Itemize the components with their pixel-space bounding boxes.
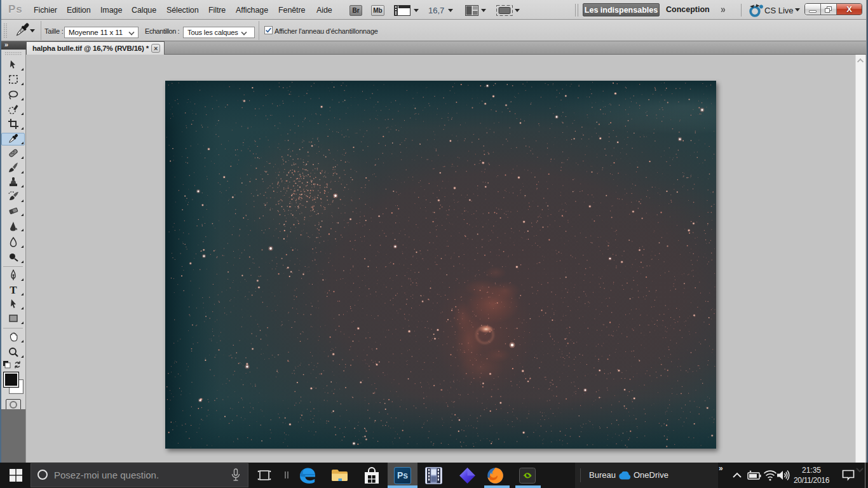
svg-text:T: T bbox=[10, 284, 17, 295]
